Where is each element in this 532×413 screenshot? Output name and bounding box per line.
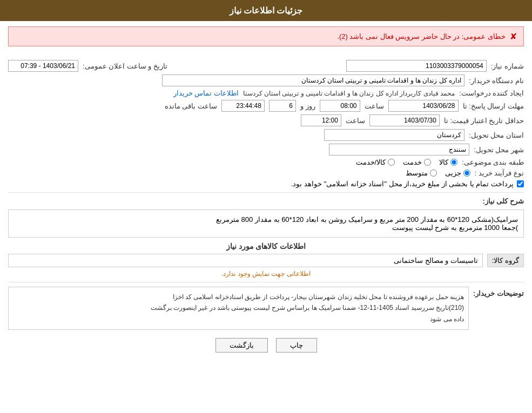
sharhKoli-line2: )جمعا 1000 مترمربع به شرح لیست پیوست [14,224,518,232]
label-roz: روز و [300,102,315,110]
label-shahr: شهر محل تحویل: [474,146,524,154]
label-groupKala: گروه کالا: [487,254,524,267]
row-shomareNiaz: شماره نیاز: تاریخ و ساعت اعلان عمومی: [8,60,524,72]
radio-kala-khedmat-label: کالا/خدمت [356,158,386,166]
radio-motavaset: متوسط [406,169,437,177]
tabaqe-radio-group: کالا خدمت کالا/خدمت [356,158,458,166]
input-hadaqal-date[interactable] [369,114,440,126]
radio-motavaset-input[interactable] [430,170,437,177]
row-shahr: شهر محل تحویل: [8,144,524,155]
label-namdastgah: نام دستگاه خریدار: [469,77,524,85]
input-ostan[interactable] [324,129,464,141]
error-message: خطای عمومی: در حال حاضر سرویس فعال نمی ب… [337,32,506,40]
input-tarikhIelan[interactable] [8,60,78,72]
row-mohlat: مهلت ارسال پاسخ: تا ساعت روز و ساعت باقی… [8,100,524,112]
radio-khedmat-input[interactable] [424,159,431,166]
input-shahr[interactable] [329,144,469,155]
row-ijadkonande: ایجاد کننده درخواست: محمد قیادی کاربرداز… [8,89,524,97]
desc-line2: (210)تاریخ سررسید اسناد 1405-11-12- ضمنا… [13,302,464,313]
checkbox-pardakht[interactable] [517,180,524,187]
page-title: جزئیات اطلاعات نیاز [230,6,303,15]
no-info-text: اطلاعاتی جهت نمایش وجود ندارد. [8,270,524,277]
input-mohlat-time[interactable] [320,100,360,112]
input-shomareNiaz[interactable] [346,60,487,72]
ijadkonande-text: محمد قیادی کاربرداز اداره کل زندان ها و … [243,90,455,97]
row-hadaqal: حداقل تاریخ اعتبار قیمت: تا ساعت [8,114,524,126]
kalaInfo-title: اطلاعات کالاهای مورد نیاز [8,242,524,250]
row-description: توضیحات خریدار: هزینه حمل برعهده فروشنده… [8,287,524,330]
btn-back[interactable]: بازگشت [216,338,268,353]
radio-kala-khedmat: کالا/خدمت [356,158,395,166]
radio-khedmat: خدمت [403,158,431,166]
row-namdastgah: نام دستگاه خریدار: [8,75,524,86]
radio-jozi: جزیی [445,169,470,177]
label-countdown-unit: ساعت باقی مانده [165,102,217,110]
label-mohlat: مهلت ارسال پاسخ: تا [463,102,524,110]
sharhKoli-box: سرامیک(مشکی 120*60 به مقدار 200 متر مربع… [8,209,524,238]
label-description: توضیحات خریدار: [473,287,524,297]
row-tabaqe: طبقه بندی موضوعی: کالا خدمت کالا/خدمت [8,158,524,166]
radio-kala-input[interactable] [450,159,457,166]
page-header: جزئیات اطلاعات نیاز [0,0,532,21]
row-pardakht: پرداخت تمام یا بخشی از مبلغ خرید،از محل … [8,180,524,188]
input-mohlat-date[interactable] [388,100,459,112]
error-icon: ✘ [510,31,517,42]
noeFarayand-radio-group: جزیی متوسط [406,169,470,177]
label-ijadkonande: ایجاد کننده درخواست: [459,89,524,97]
label-sharhKoli: شرح کلی نیاز: [482,197,524,205]
desc-line1: هزینه حمل برعهده فروشنده تا محل تخلیه زن… [13,292,464,302]
description-box: هزینه حمل برعهده فروشنده تا محل تخلیه زن… [8,287,469,330]
label-hadaqal: حداقل تاریخ اعتبار قیمت: تا [444,117,524,125]
input-countdown[interactable] [221,100,265,112]
label-pardakht: پرداخت تمام یا بخشی از مبلغ خرید،از محل … [291,180,514,188]
radio-kala-label: کالا [439,158,448,166]
button-row: چاپ بازگشت [8,338,524,353]
radio-jozi-input[interactable] [463,170,470,177]
radio-motavaset-label: متوسط [406,169,428,177]
main-content: شماره نیاز: تاریخ و ساعت اعلان عمومی: نا… [0,52,532,366]
label-noeFarayand: نوع فرآیند خرید : [475,169,524,177]
desc-line3: داده می شود [13,314,464,324]
label-tarikhIelan: تاریخ و ساعت اعلان عمومی: [83,62,167,70]
input-hadaqal-time[interactable] [301,114,341,126]
label-shomareNiaz: شماره نیاز: [491,62,524,70]
radio-kala: کالا [439,158,457,166]
row-noeFarayand: نوع فرآیند خرید : جزیی متوسط [8,169,524,177]
row-ostan: استان محل تحویل: [8,129,524,141]
link-tamas[interactable]: اطلاعات تماس خریدار [173,89,239,97]
label-ostan: استان محل تحویل: [469,131,524,139]
label-mohlat-saat: ساعت [365,102,384,110]
value-groupKala: تاسیسات و مصالح ساختمانی [8,254,483,267]
btn-print[interactable]: چاپ [276,338,317,353]
radio-kala-khedmat-input[interactable] [388,159,395,166]
label-hadaqal-saat: ساعت [346,117,365,125]
row-sharhKoli-label: شرح کلی نیاز: [8,197,524,205]
radio-khedmat-label: خدمت [403,158,422,166]
input-mohlat-roz[interactable] [269,100,296,112]
sharhKoli-line1: سرامیک(مشکی 120*60 به مقدار 200 متر مربع… [14,215,518,224]
label-tabaqe: طبقه بندی موضوعی: [462,158,524,166]
row-groupKala: گروه کالا: تاسیسات و مصالح ساختمانی [8,254,524,267]
error-bar: ✘ خطای عمومی: در حال حاضر سرویس فعال نمی… [8,26,524,46]
radio-jozi-label: جزیی [445,169,461,177]
input-namdastgah[interactable] [162,75,464,86]
